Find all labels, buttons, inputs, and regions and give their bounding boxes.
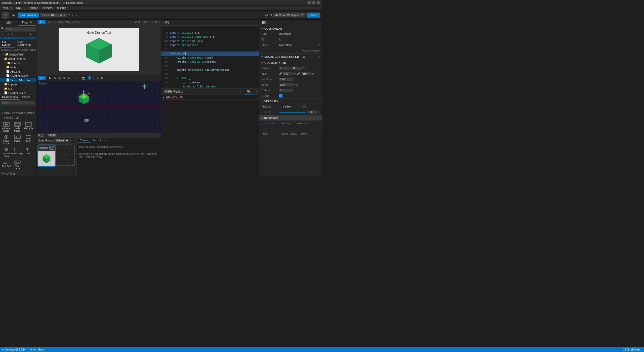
output-remove-icon[interactable]: − [242, 90, 244, 93]
scale-input[interactable] [279, 83, 293, 86]
scale-expand-icon[interactable]: ⊕ [296, 83, 298, 86]
comp-tab-components[interactable]: Components [0, 95, 20, 100]
comp-tab-assets[interactable]: Assets [20, 95, 32, 100]
fs-tab-opendocs[interactable]: Open Documents [15, 39, 36, 47]
tab-projects[interactable]: Projects [18, 20, 36, 26]
share-button[interactable]: Share [307, 13, 320, 18]
scale-dropdown-icon[interactable]: ▾ [294, 83, 295, 86]
curves-tab[interactable]: Curves [78, 138, 91, 143]
menu-file[interactable]: 文件(F) [1, 6, 14, 11]
3d-fit-btn[interactable]: ⊞ [72, 76, 76, 80]
fs-item-asset-imports[interactable]: 📁 asset_imports [0, 57, 36, 61]
fs-item-cmakelists[interactable]: 📄 CMakeLists.txt [0, 74, 36, 78]
conn-tab-connections[interactable]: Connections [259, 121, 279, 126]
comp-search-input[interactable] [1, 101, 35, 105]
close-button[interactable]: × [316, 1, 320, 5]
conn-tab-properties[interactable]: Properties [293, 121, 310, 126]
basic-section-header[interactable]: ▼ BASIC (11) [0, 116, 36, 120]
local-props-header[interactable]: ▼ LOCAL CUSTOM PROPERTIES + [259, 54, 322, 60]
menu-view[interactable]: 视图(V) [27, 6, 41, 11]
3d-scale-btn[interactable]: ⊕ [67, 76, 71, 80]
3d-select-btn[interactable]: ↖ [53, 76, 57, 80]
output-close-btn[interactable]: × [255, 90, 258, 93]
nav-fwd-btn[interactable]: › [75, 14, 78, 17]
output-tab-main[interactable]: 输出 [245, 89, 255, 94]
comp-text[interactable]: T Text [23, 146, 34, 158]
comp-animated-image[interactable]: Animated Image [1, 121, 12, 133]
zoom-out-icon[interactable]: − [149, 21, 151, 24]
comp-image[interactable]: Image [12, 133, 23, 145]
home-button[interactable]: ⌂ [2, 12, 9, 19]
canvas-2d-expand-icon[interactable]: ⊞ [138, 21, 140, 24]
visibility-header[interactable]: ▼ VISIBILITY [259, 99, 322, 104]
menu-help[interactable]: 帮助(H) [55, 6, 68, 11]
comp-text-edit[interactable]: T Text Edit [1, 159, 12, 171]
workspace-selector[interactable]: All Views Workspace ▾ [273, 13, 305, 17]
canvas-3d-viewport[interactable]: Scene [36, 81, 161, 131]
settings-icon[interactable]: ⚙ [265, 13, 268, 17]
comp-border-image[interactable]: Border Image [12, 121, 23, 133]
sort-btn[interactable]: ↕ [33, 33, 35, 36]
fs-item-app[interactable]: 📄 App.qml [0, 69, 36, 74]
state-card-base[interactable]: Default1 Base State [37, 144, 56, 167]
opacity-dropdown[interactable]: ▾ [318, 111, 320, 114]
origin-swatch[interactable] [279, 94, 283, 97]
rotation-input[interactable] [279, 78, 293, 81]
comp-focus-scope[interactable]: Focus Scope [1, 133, 12, 145]
nav-left-btn[interactable]: ← [1, 32, 5, 36]
geometry-header[interactable]: ▼ GEOMETRY - 2D [259, 60, 322, 65]
3d-play-btn[interactable]: ▶ [48, 76, 52, 80]
state-group-select[interactable]: Default [54, 139, 69, 142]
3d-env-btn[interactable]: 🌐 [87, 76, 92, 80]
3d-move-btn[interactable]: ✥ [58, 76, 62, 80]
opacity-input[interactable] [307, 111, 317, 114]
sync-icon[interactable]: ↻ [269, 13, 272, 17]
open-file-tab[interactable]: Screen01.ui.qml × [40, 13, 67, 17]
menu-controls[interactable]: 控件(W) [41, 6, 55, 11]
transitions-tab[interactable]: Transitions [91, 138, 108, 143]
fs-root[interactable]: ▼ 📁 DesignTest [0, 52, 36, 57]
position-x-input[interactable] [279, 67, 289, 70]
3d-camera-object[interactable] [84, 117, 90, 124]
3d-rotate-btn[interactable]: ↺ [62, 76, 66, 80]
fs-item-content[interactable]: ▼ 📁 content [0, 61, 36, 65]
fs-item-src[interactable]: 📁 src [0, 86, 36, 91]
size-w-input[interactable] [283, 72, 293, 75]
nav-right-btn[interactable]: → [6, 32, 10, 36]
comp-item[interactable]: Item [23, 133, 34, 145]
comp-text-input[interactable]: abc| Text Input [12, 159, 23, 171]
output-add-icon[interactable]: + [240, 90, 241, 93]
fs-tab-filesystem[interactable]: File System [0, 39, 15, 47]
add-annotation-btn[interactable]: Add Annotation [303, 49, 320, 52]
maximize-button[interactable]: □ [312, 1, 315, 5]
zoom-in-icon[interactable]: + [152, 21, 153, 24]
fs-item-cmakelists2[interactable]: 📄 CMakeLists.txt [0, 91, 36, 94]
add-local-prop-btn[interactable]: + [318, 55, 320, 59]
size-link-icon[interactable]: 🔗 [279, 72, 283, 75]
zstack-input[interactable] [279, 89, 293, 92]
add-state-btn[interactable]: + [57, 144, 75, 166]
3d-obj-btn[interactable]: □ [77, 76, 80, 80]
fs-item-screen01[interactable]: 📄 Screen01.ui.qml [0, 78, 36, 82]
default-components-header[interactable]: ▼ DEFAULT COMPONENTS [0, 111, 36, 116]
run-button[interactable]: ▶ [10, 12, 17, 19]
nav-back-btn[interactable]: ‹ [71, 14, 74, 17]
code-editor[interactable]: 7 8 import QtQuick 6.5 9 import QtQuick.… [161, 26, 259, 88]
comp-flickable[interactable]: ↔ Flickable [23, 121, 34, 133]
conn-remove-btn[interactable]: − [264, 127, 266, 131]
opacity-slider[interactable] [279, 112, 306, 113]
fs-item-fonts[interactable]: 📁 fonts [0, 65, 36, 69]
canvas-2d-refresh-icon[interactable]: ↻ [157, 21, 159, 24]
views-section-header[interactable]: ▼ VIEWS (3) [0, 172, 36, 176]
tab-close-icon[interactable]: × [63, 14, 65, 17]
tree-root[interactable]: ▼ □ Rectangle [0, 37, 36, 39]
menu-edit[interactable]: 编辑(E) [14, 6, 27, 11]
fs-item-imports[interactable]: 📁 imports [0, 82, 36, 86]
add-component-btn[interactable]: + [1, 106, 3, 111]
nav-up-btn[interactable]: ↑ [11, 32, 14, 36]
filter-btn[interactable]: ⊞ [29, 33, 32, 36]
tab-components[interactable]: 组件 [0, 20, 18, 26]
size-link-icon2[interactable]: 🔗 [297, 72, 301, 75]
conn-add-btn[interactable]: + [261, 127, 263, 131]
tree-search-input[interactable] [5, 27, 36, 31]
